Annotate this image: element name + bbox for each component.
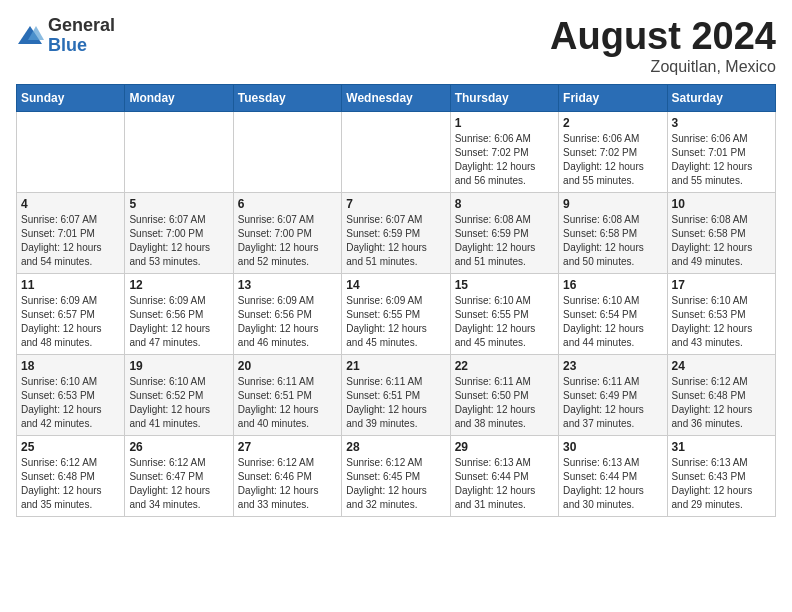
location-subtitle: Zoquitlan, Mexico — [550, 58, 776, 76]
day-info: Sunrise: 6:12 AM Sunset: 6:48 PM Dayligh… — [672, 375, 771, 431]
day-info: Sunrise: 6:07 AM Sunset: 6:59 PM Dayligh… — [346, 213, 445, 269]
day-number: 9 — [563, 197, 662, 211]
day-number: 22 — [455, 359, 554, 373]
day-info: Sunrise: 6:13 AM Sunset: 6:44 PM Dayligh… — [563, 456, 662, 512]
day-number: 13 — [238, 278, 337, 292]
logo-text: General Blue — [48, 16, 115, 56]
month-title: August 2024 — [550, 16, 776, 58]
calendar-cell: 28Sunrise: 6:12 AM Sunset: 6:45 PM Dayli… — [342, 435, 450, 516]
calendar-cell: 23Sunrise: 6:11 AM Sunset: 6:49 PM Dayli… — [559, 354, 667, 435]
logo: General Blue — [16, 16, 115, 56]
day-number: 21 — [346, 359, 445, 373]
day-info: Sunrise: 6:10 AM Sunset: 6:53 PM Dayligh… — [672, 294, 771, 350]
calendar-week-row: 18Sunrise: 6:10 AM Sunset: 6:53 PM Dayli… — [17, 354, 776, 435]
calendar-cell: 21Sunrise: 6:11 AM Sunset: 6:51 PM Dayli… — [342, 354, 450, 435]
day-number: 31 — [672, 440, 771, 454]
day-info: Sunrise: 6:06 AM Sunset: 7:02 PM Dayligh… — [455, 132, 554, 188]
day-number: 16 — [563, 278, 662, 292]
day-info: Sunrise: 6:07 AM Sunset: 7:01 PM Dayligh… — [21, 213, 120, 269]
day-number: 18 — [21, 359, 120, 373]
calendar-cell: 29Sunrise: 6:13 AM Sunset: 6:44 PM Dayli… — [450, 435, 558, 516]
day-number: 28 — [346, 440, 445, 454]
day-number: 7 — [346, 197, 445, 211]
day-number: 8 — [455, 197, 554, 211]
day-number: 25 — [21, 440, 120, 454]
day-info: Sunrise: 6:12 AM Sunset: 6:46 PM Dayligh… — [238, 456, 337, 512]
day-number: 19 — [129, 359, 228, 373]
calendar-cell: 24Sunrise: 6:12 AM Sunset: 6:48 PM Dayli… — [667, 354, 775, 435]
calendar-cell: 26Sunrise: 6:12 AM Sunset: 6:47 PM Dayli… — [125, 435, 233, 516]
day-number: 24 — [672, 359, 771, 373]
day-info: Sunrise: 6:12 AM Sunset: 6:48 PM Dayligh… — [21, 456, 120, 512]
calendar-cell: 17Sunrise: 6:10 AM Sunset: 6:53 PM Dayli… — [667, 273, 775, 354]
day-info: Sunrise: 6:10 AM Sunset: 6:55 PM Dayligh… — [455, 294, 554, 350]
weekday-header: Tuesday — [233, 84, 341, 111]
calendar-cell: 25Sunrise: 6:12 AM Sunset: 6:48 PM Dayli… — [17, 435, 125, 516]
day-info: Sunrise: 6:13 AM Sunset: 6:44 PM Dayligh… — [455, 456, 554, 512]
day-info: Sunrise: 6:10 AM Sunset: 6:54 PM Dayligh… — [563, 294, 662, 350]
weekday-header: Sunday — [17, 84, 125, 111]
day-number: 14 — [346, 278, 445, 292]
day-number: 30 — [563, 440, 662, 454]
day-info: Sunrise: 6:07 AM Sunset: 7:00 PM Dayligh… — [129, 213, 228, 269]
title-block: August 2024 Zoquitlan, Mexico — [550, 16, 776, 76]
day-info: Sunrise: 6:09 AM Sunset: 6:55 PM Dayligh… — [346, 294, 445, 350]
day-info: Sunrise: 6:11 AM Sunset: 6:49 PM Dayligh… — [563, 375, 662, 431]
day-info: Sunrise: 6:06 AM Sunset: 7:01 PM Dayligh… — [672, 132, 771, 188]
calendar-cell — [17, 111, 125, 192]
calendar-cell: 10Sunrise: 6:08 AM Sunset: 6:58 PM Dayli… — [667, 192, 775, 273]
calendar-cell: 7Sunrise: 6:07 AM Sunset: 6:59 PM Daylig… — [342, 192, 450, 273]
day-number: 11 — [21, 278, 120, 292]
day-info: Sunrise: 6:10 AM Sunset: 6:52 PM Dayligh… — [129, 375, 228, 431]
calendar-week-row: 11Sunrise: 6:09 AM Sunset: 6:57 PM Dayli… — [17, 273, 776, 354]
day-info: Sunrise: 6:09 AM Sunset: 6:56 PM Dayligh… — [238, 294, 337, 350]
day-number: 5 — [129, 197, 228, 211]
calendar-cell: 15Sunrise: 6:10 AM Sunset: 6:55 PM Dayli… — [450, 273, 558, 354]
day-number: 20 — [238, 359, 337, 373]
day-number: 4 — [21, 197, 120, 211]
calendar-week-row: 25Sunrise: 6:12 AM Sunset: 6:48 PM Dayli… — [17, 435, 776, 516]
calendar-cell: 22Sunrise: 6:11 AM Sunset: 6:50 PM Dayli… — [450, 354, 558, 435]
calendar-cell: 13Sunrise: 6:09 AM Sunset: 6:56 PM Dayli… — [233, 273, 341, 354]
weekday-header: Friday — [559, 84, 667, 111]
weekday-header: Monday — [125, 84, 233, 111]
day-number: 15 — [455, 278, 554, 292]
logo-blue: Blue — [48, 36, 115, 56]
weekday-header: Saturday — [667, 84, 775, 111]
day-number: 27 — [238, 440, 337, 454]
day-info: Sunrise: 6:12 AM Sunset: 6:45 PM Dayligh… — [346, 456, 445, 512]
weekday-header: Wednesday — [342, 84, 450, 111]
calendar-cell: 11Sunrise: 6:09 AM Sunset: 6:57 PM Dayli… — [17, 273, 125, 354]
calendar-cell: 5Sunrise: 6:07 AM Sunset: 7:00 PM Daylig… — [125, 192, 233, 273]
day-info: Sunrise: 6:08 AM Sunset: 6:58 PM Dayligh… — [563, 213, 662, 269]
calendar-cell — [125, 111, 233, 192]
calendar-cell — [342, 111, 450, 192]
day-info: Sunrise: 6:09 AM Sunset: 6:56 PM Dayligh… — [129, 294, 228, 350]
day-number: 2 — [563, 116, 662, 130]
calendar-cell: 20Sunrise: 6:11 AM Sunset: 6:51 PM Dayli… — [233, 354, 341, 435]
day-number: 6 — [238, 197, 337, 211]
calendar-week-row: 4Sunrise: 6:07 AM Sunset: 7:01 PM Daylig… — [17, 192, 776, 273]
day-number: 12 — [129, 278, 228, 292]
day-info: Sunrise: 6:09 AM Sunset: 6:57 PM Dayligh… — [21, 294, 120, 350]
day-info: Sunrise: 6:06 AM Sunset: 7:02 PM Dayligh… — [563, 132, 662, 188]
calendar-cell: 30Sunrise: 6:13 AM Sunset: 6:44 PM Dayli… — [559, 435, 667, 516]
calendar-cell: 1Sunrise: 6:06 AM Sunset: 7:02 PM Daylig… — [450, 111, 558, 192]
calendar-header-row: SundayMondayTuesdayWednesdayThursdayFrid… — [17, 84, 776, 111]
day-info: Sunrise: 6:13 AM Sunset: 6:43 PM Dayligh… — [672, 456, 771, 512]
calendar-week-row: 1Sunrise: 6:06 AM Sunset: 7:02 PM Daylig… — [17, 111, 776, 192]
day-number: 3 — [672, 116, 771, 130]
calendar-cell: 18Sunrise: 6:10 AM Sunset: 6:53 PM Dayli… — [17, 354, 125, 435]
day-number: 10 — [672, 197, 771, 211]
calendar-cell: 27Sunrise: 6:12 AM Sunset: 6:46 PM Dayli… — [233, 435, 341, 516]
day-number: 26 — [129, 440, 228, 454]
calendar-cell: 16Sunrise: 6:10 AM Sunset: 6:54 PM Dayli… — [559, 273, 667, 354]
calendar-cell: 4Sunrise: 6:07 AM Sunset: 7:01 PM Daylig… — [17, 192, 125, 273]
day-info: Sunrise: 6:10 AM Sunset: 6:53 PM Dayligh… — [21, 375, 120, 431]
calendar-cell: 31Sunrise: 6:13 AM Sunset: 6:43 PM Dayli… — [667, 435, 775, 516]
day-info: Sunrise: 6:08 AM Sunset: 6:58 PM Dayligh… — [672, 213, 771, 269]
day-info: Sunrise: 6:11 AM Sunset: 6:51 PM Dayligh… — [346, 375, 445, 431]
day-number: 17 — [672, 278, 771, 292]
day-info: Sunrise: 6:12 AM Sunset: 6:47 PM Dayligh… — [129, 456, 228, 512]
calendar-cell: 12Sunrise: 6:09 AM Sunset: 6:56 PM Dayli… — [125, 273, 233, 354]
